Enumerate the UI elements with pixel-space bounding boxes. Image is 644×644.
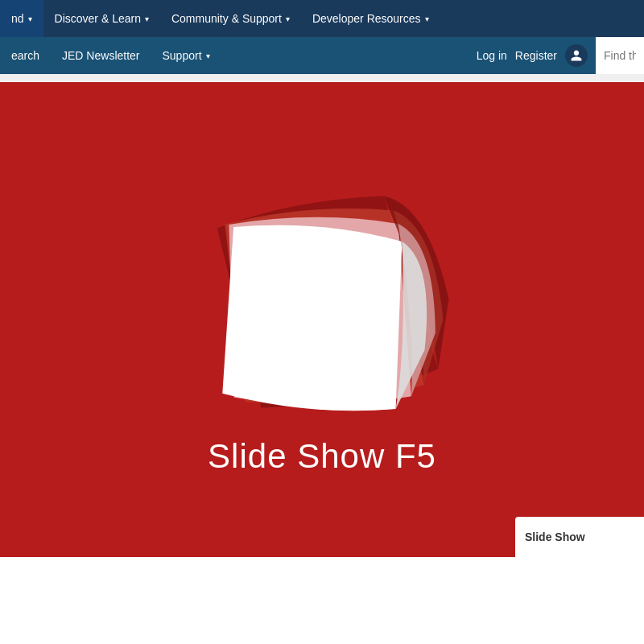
nav-item-community[interactable]: Community & Support ▾ xyxy=(160,0,301,37)
nav-nd-arrow: ▾ xyxy=(28,14,32,23)
bottom-card-text: Slide Show xyxy=(525,530,585,543)
login-link[interactable]: Log in xyxy=(477,49,507,62)
nav-item-search[interactable]: earch xyxy=(0,37,51,74)
nav-discover-label: Discover & Learn xyxy=(55,12,141,25)
nav-jed-label: JED Newsletter xyxy=(62,49,139,62)
nav-item-developer[interactable]: Developer Resources ▾ xyxy=(301,0,440,37)
nav-item-jed[interactable]: JED Newsletter xyxy=(51,37,151,74)
auth-links: Log in Register xyxy=(477,44,596,67)
nav-developer-arrow: ▾ xyxy=(425,14,429,23)
secondary-navigation: earch JED Newsletter Support ▾ Log in Re… xyxy=(0,37,644,74)
nav-developer-label: Developer Resources xyxy=(312,12,421,25)
hero-title: Slide Show F5 xyxy=(208,437,436,476)
nav-discover-arrow: ▾ xyxy=(145,14,149,23)
nav-item-support[interactable]: Support ▾ xyxy=(151,37,221,74)
nav-support-arrow: ▾ xyxy=(206,52,210,60)
register-link[interactable]: Register xyxy=(515,49,557,62)
nav-community-label: Community & Support xyxy=(171,12,282,25)
nav-item-nd[interactable]: nd ▾ xyxy=(0,0,43,37)
primary-navigation: nd ▾ Discover & Learn ▾ Community & Supp… xyxy=(0,0,644,37)
gap-bar xyxy=(0,74,644,82)
bottom-card-preview: Slide Show xyxy=(515,517,644,557)
nav-nd-label: nd xyxy=(11,12,24,25)
nav-support-label: Support xyxy=(163,49,202,62)
search-input[interactable] xyxy=(596,37,644,74)
user-icon-button[interactable] xyxy=(565,44,588,67)
nav-item-discover[interactable]: Discover & Learn ▾ xyxy=(43,0,160,37)
user-icon xyxy=(570,49,583,62)
nav-community-arrow: ▾ xyxy=(286,14,290,23)
nav-search-label: earch xyxy=(11,49,39,62)
slideshow-logo xyxy=(161,163,483,453)
hero-banner: Slide Show F5 Slide Show xyxy=(0,82,644,557)
